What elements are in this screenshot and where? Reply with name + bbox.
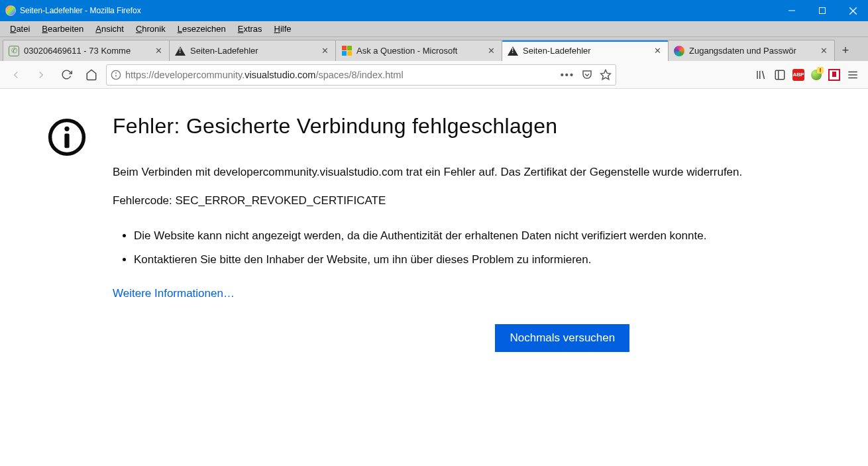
- tab-2[interactable]: Ask a Question - Microsoft ✕: [335, 40, 502, 61]
- microsoft-icon: [341, 46, 352, 56]
- pocket-icon[interactable]: [581, 69, 593, 81]
- library-icon[interactable]: [755, 69, 767, 81]
- more-info-link[interactable]: Weitere Informationen…: [113, 287, 235, 300]
- tab-title: 030206469611 - 73 Komme: [24, 46, 148, 56]
- forward-button[interactable]: [30, 64, 52, 86]
- menu-bar: Datei Bearbeiten Ansicht Chronik Lesezei…: [0, 21, 868, 37]
- error-title: Fehler: Gesicherte Verbindung fehlgeschl…: [113, 114, 742, 139]
- svg-rect-11: [775, 70, 785, 80]
- error-code: Fehlercode: SEC_ERROR_REVOKED_CERTIFICAT…: [113, 194, 742, 207]
- phone-icon: ✆: [9, 46, 19, 56]
- menu-hilfe[interactable]: Hilfe: [268, 23, 298, 35]
- warning-icon: [508, 46, 518, 56]
- extension-ball-icon[interactable]: [811, 70, 822, 80]
- url-bar[interactable]: https://developercommunity.visualstudio.…: [106, 64, 616, 86]
- tab-1[interactable]: Seiten-Ladefehler ✕: [169, 40, 336, 61]
- close-tab-icon[interactable]: ✕: [818, 46, 829, 56]
- bookmark-star-icon[interactable]: [600, 69, 612, 81]
- menu-chronik[interactable]: Chronik: [130, 23, 172, 35]
- tab-4[interactable]: Zugangsdaten und Passwör ✕: [668, 40, 835, 61]
- firefox-icon: [5, 5, 16, 16]
- svg-marker-7: [601, 70, 611, 79]
- tab-3-active[interactable]: Seiten-Ladefehler ✕: [502, 40, 669, 61]
- reload-button[interactable]: [56, 64, 77, 86]
- info-large-icon: [48, 118, 86, 156]
- adblock-icon[interactable]: ABP: [792, 69, 804, 81]
- mcafee-icon[interactable]: [828, 69, 840, 81]
- close-tab-icon[interactable]: ✕: [652, 46, 663, 56]
- close-window-button[interactable]: [838, 0, 868, 21]
- app-menu-button[interactable]: [847, 69, 859, 81]
- menu-datei[interactable]: Datei: [4, 23, 36, 35]
- svg-point-6: [116, 73, 117, 74]
- url-text: https://developercommunity.visualstudio.…: [125, 70, 557, 80]
- tab-0[interactable]: ✆ 030206469611 - 73 Komme ✕: [3, 40, 170, 61]
- sidebar-icon[interactable]: [774, 69, 786, 81]
- error-info-list: Die Website kann nicht angezeigt werden,…: [134, 227, 742, 269]
- warning-icon: [175, 46, 186, 56]
- error-page: Fehler: Gesicherte Verbindung fehlgeschl…: [0, 89, 868, 352]
- close-tab-icon[interactable]: ✕: [319, 46, 330, 56]
- info-icon: [111, 70, 121, 80]
- svg-rect-18: [64, 134, 69, 148]
- minimize-button[interactable]: [777, 0, 807, 21]
- swirl-icon: [674, 46, 684, 56]
- tab-title: Zugangsdaten und Passwör: [689, 46, 814, 56]
- close-tab-icon[interactable]: ✕: [486, 46, 496, 56]
- home-button[interactable]: [81, 64, 102, 86]
- svg-rect-1: [820, 8, 826, 14]
- menu-extras[interactable]: Extras: [232, 23, 268, 35]
- tab-title: Ask a Question - Microsoft: [356, 46, 481, 56]
- menu-bearbeiten[interactable]: Bearbeiten: [36, 23, 89, 35]
- close-tab-icon[interactable]: ✕: [153, 46, 164, 56]
- error-bullet: Kontaktieren Sie bitte den Inhaber der W…: [134, 251, 742, 268]
- retry-button[interactable]: Nochmals versuchen: [495, 324, 629, 352]
- tab-title: Seiten-Ladefehler: [523, 46, 647, 56]
- error-description: Beim Verbinden mit developercommunity.vi…: [113, 164, 742, 181]
- window-title: Seiten-Ladefehler - Mozilla Firefox: [20, 6, 777, 15]
- svg-line-10: [763, 71, 765, 79]
- window-titlebar: Seiten-Ladefehler - Mozilla Firefox: [0, 0, 868, 21]
- page-actions-icon[interactable]: •••: [561, 70, 574, 80]
- new-tab-button[interactable]: +: [834, 40, 857, 61]
- menu-ansicht[interactable]: Ansicht: [89, 23, 130, 35]
- nav-toolbar: https://developercommunity.visualstudio.…: [0, 61, 868, 89]
- svg-point-17: [64, 127, 69, 131]
- error-bullet: Die Website kann nicht angezeigt werden,…: [134, 227, 742, 245]
- back-button[interactable]: [5, 64, 27, 86]
- maximize-button[interactable]: [807, 0, 838, 21]
- menu-lesezeichen[interactable]: Lesezeichen: [172, 23, 232, 35]
- tab-strip: ✆ 030206469611 - 73 Komme ✕ Seiten-Ladef…: [0, 37, 868, 61]
- tab-title: Seiten-Ladefehler: [190, 46, 315, 56]
